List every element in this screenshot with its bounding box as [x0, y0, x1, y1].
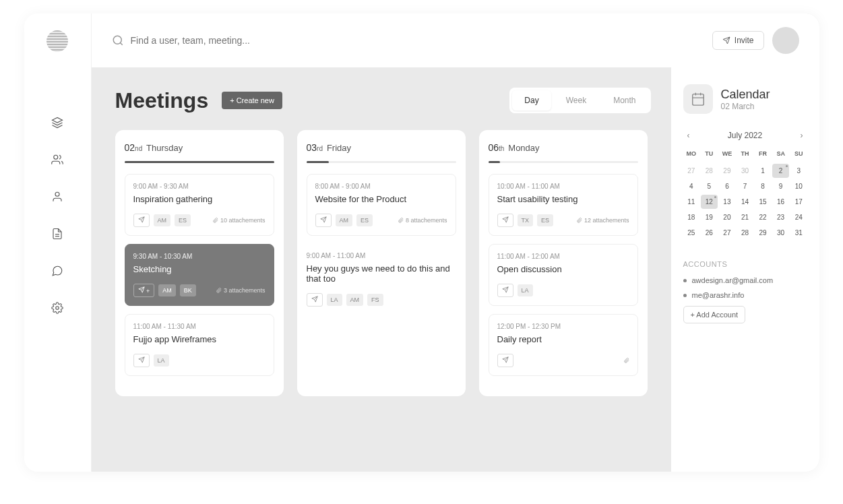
calendar-day[interactable]: 30: [772, 226, 789, 240]
day-column: 03rd Friday 8:00 AM - 9:00 AM Website fo…: [297, 130, 466, 396]
participant-tag: TX: [518, 214, 534, 226]
meeting-footer: AMES 10 attachements: [133, 214, 266, 227]
calendar-day[interactable]: 1: [755, 164, 772, 178]
calendar-day[interactable]: 29: [719, 164, 736, 178]
weekday-label: MO: [683, 150, 700, 157]
participant-tag: AM: [346, 294, 364, 306]
calendar-day[interactable]: 12: [701, 195, 718, 209]
participant-tag: AM: [158, 284, 176, 296]
calendar-day[interactable]: 15: [755, 195, 772, 209]
avatar[interactable]: [772, 27, 799, 54]
document-icon[interactable]: [51, 227, 64, 241]
calendar-day[interactable]: 4: [683, 179, 700, 193]
calendar-day[interactable]: 9: [772, 179, 789, 193]
send-icon[interactable]: [133, 354, 150, 367]
day-columns: 02nd Thursday 9:00 AM - 9:30 AM Inspirat…: [115, 130, 651, 396]
meeting-footer: LA: [133, 354, 266, 367]
search-input[interactable]: [131, 35, 333, 46]
calendar-day[interactable]: 13: [719, 195, 736, 209]
progress-bar: [489, 161, 638, 163]
calendar-day[interactable]: 11: [683, 195, 700, 209]
calendar-day[interactable]: 18: [683, 210, 700, 224]
month-label: July 2022: [728, 131, 762, 140]
send-icon[interactable]: [497, 354, 513, 367]
svg-point-2: [55, 192, 59, 196]
layers-icon[interactable]: [51, 116, 64, 129]
month-nav: ‹ July 2022 ›: [683, 131, 807, 140]
send-icon[interactable]: +: [133, 284, 155, 297]
next-month[interactable]: ›: [797, 131, 807, 140]
calendar-day[interactable]: 20: [719, 210, 736, 224]
settings-icon[interactable]: [51, 301, 64, 315]
calendar-day[interactable]: 28: [701, 164, 718, 178]
view-month[interactable]: Month: [601, 90, 648, 111]
calendar-day[interactable]: 22: [755, 210, 772, 224]
account-item[interactable]: me@arashr.info: [683, 291, 807, 299]
calendar-day[interactable]: 5: [701, 179, 718, 193]
calendar-day[interactable]: 27: [683, 164, 700, 178]
calendar-day[interactable]: 31: [790, 226, 807, 240]
calendar-day[interactable]: 8: [755, 179, 772, 193]
view-week[interactable]: Week: [554, 90, 598, 111]
meeting-time: 9:00 AM - 9:30 AM: [133, 183, 266, 190]
send-icon[interactable]: [133, 214, 150, 227]
calendar-day[interactable]: 3: [790, 164, 807, 178]
calendar-day[interactable]: 7: [737, 179, 753, 193]
calendar-day[interactable]: 17: [790, 195, 807, 209]
calendar-day[interactable]: 2: [772, 164, 789, 178]
weekday-label: TU: [701, 150, 718, 157]
meeting-title: Sketching: [133, 264, 266, 274]
weekday-label: TH: [737, 150, 753, 157]
meeting-card[interactable]: 8:00 AM - 9:00 AM Website for the Produc…: [307, 174, 456, 236]
meeting-card[interactable]: 9:00 AM - 11:00 AM Hey you guys we need …: [307, 244, 456, 315]
calendar-day[interactable]: 30: [737, 164, 753, 178]
invite-button[interactable]: Invite: [712, 31, 764, 50]
create-button[interactable]: + Create new: [222, 92, 282, 109]
calendar-day[interactable]: 24: [790, 210, 807, 224]
send-icon[interactable]: [497, 214, 513, 227]
calendar-day[interactable]: 26: [701, 226, 718, 240]
logo-icon: [46, 30, 68, 52]
meeting-card[interactable]: 12:00 PM - 12:30 PM Daily report: [489, 314, 638, 376]
calendar-day[interactable]: 10: [790, 179, 807, 193]
participant-tag: ES: [537, 214, 553, 226]
attachment-count: 10 attachements: [213, 217, 266, 224]
calendar-day[interactable]: 19: [701, 210, 718, 224]
send-icon[interactable]: [315, 214, 332, 227]
user-icon[interactable]: [51, 190, 64, 203]
calendar-day[interactable]: 14: [737, 195, 753, 209]
calendar-day[interactable]: 16: [772, 195, 789, 209]
meeting-card[interactable]: 11:00 AM - 12:00 AM Open discussion LA: [489, 244, 638, 306]
calendar-day[interactable]: 23: [772, 210, 789, 224]
view-day[interactable]: Day: [512, 90, 551, 111]
calendar-day[interactable]: 6: [719, 179, 736, 193]
calendar-day[interactable]: 28: [737, 226, 753, 240]
meeting-card[interactable]: 9:30 AM - 10:30 AM Sketching + AMBK 3 at…: [125, 244, 274, 306]
send-icon[interactable]: [307, 293, 323, 307]
account-item[interactable]: awdesign.ar@gmail.com: [683, 276, 807, 284]
title-row: Meetings + Create new Day Week Month: [115, 88, 651, 113]
attachment-icon: [624, 357, 629, 364]
svg-marker-0: [53, 118, 63, 123]
users-icon[interactable]: [51, 153, 64, 166]
weekday-label: SU: [790, 150, 807, 157]
send-icon[interactable]: [497, 284, 513, 297]
calendar-day[interactable]: 29: [755, 226, 772, 240]
chat-icon[interactable]: [51, 264, 64, 278]
meeting-title: Website for the Product: [315, 194, 447, 204]
meeting-card[interactable]: 10:00 AM - 11:00 AM Start usability test…: [489, 174, 638, 236]
calendar-day[interactable]: 21: [737, 210, 753, 224]
meeting-card[interactable]: 9:00 AM - 9:30 AM Inspiration gathering …: [125, 174, 274, 236]
attachment-count: 12 attachements: [577, 217, 629, 224]
add-account-button[interactable]: + Add Account: [683, 306, 746, 323]
participant-tag: LA: [518, 284, 533, 296]
calendar-day[interactable]: 25: [683, 226, 700, 240]
meeting-card[interactable]: 11:00 AM - 11:30 AM Fujjo app Wireframes…: [125, 314, 274, 376]
calendar-day[interactable]: 27: [719, 226, 736, 240]
meeting-time: 9:00 AM - 11:00 AM: [307, 252, 456, 259]
prev-month[interactable]: ‹: [683, 131, 694, 140]
meeting-footer: AMES 8 attachements: [315, 214, 447, 227]
meeting-title: Start usability testing: [497, 194, 629, 204]
calendar-subtitle: 02 March: [721, 102, 770, 111]
view-toggle: Day Week Month: [509, 88, 650, 113]
